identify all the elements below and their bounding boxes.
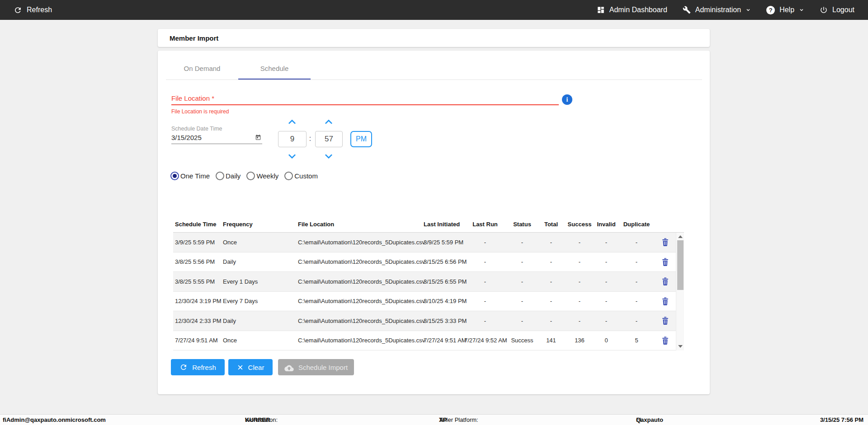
table-cell: - (619, 278, 654, 285)
table-cell: - (462, 318, 508, 324)
calendar-icon[interactable] (255, 134, 261, 141)
trash-icon (661, 238, 669, 246)
meridiem-toggle-button[interactable]: PM (350, 131, 372, 147)
table-cell: - (462, 298, 508, 304)
delete-schedule-button[interactable] (654, 297, 676, 305)
trash-icon (661, 277, 669, 285)
table-cell: - (462, 278, 508, 285)
table-cell: 7/27/24 9:52 AM (462, 337, 508, 344)
radio-circle-icon (170, 172, 179, 180)
table-cell: - (594, 278, 619, 285)
hour-increment-button[interactable] (286, 118, 298, 126)
frequency-radio-daily[interactable]: Daily (216, 172, 241, 180)
minute-decrement-button[interactable] (323, 153, 335, 160)
column-header: Last Initiated (422, 221, 462, 228)
table-cell: Every 7 Days (221, 298, 296, 304)
refresh-button[interactable]: Refresh (171, 359, 225, 375)
tab-divider (166, 79, 702, 80)
power-icon (820, 6, 828, 14)
table-cell: 3/15/25 3:33 PM (422, 318, 462, 324)
schedule-import-button[interactable]: Schedule Import (278, 359, 354, 375)
logout-button[interactable]: Logout (820, 6, 854, 14)
table-cell: Every 1 Days (221, 278, 296, 285)
date-field (171, 132, 262, 144)
help-label: Help (779, 6, 794, 14)
workstation-info: Workstation: KURRER (245, 415, 270, 425)
frequency-radio-weekly[interactable]: Weekly (246, 172, 278, 180)
tab-bar: On Demand Schedule (166, 57, 311, 79)
refresh-nav-label: Refresh (27, 6, 52, 14)
radio-label: Daily (226, 172, 241, 180)
table-row: 3/9/25 5:59 PMOnceC:\email\Automation\12… (173, 233, 676, 252)
column-header: File Location (296, 221, 422, 228)
status-bar: fiAdmin@qaxpauto.onmicrosoft.com Worksta… (0, 414, 868, 425)
column-header: Frequency (221, 221, 296, 228)
radio-circle-icon (216, 172, 224, 180)
table-cell: - (566, 239, 594, 246)
trash-icon (661, 336, 669, 345)
table-cell: 141 (537, 337, 566, 344)
table-cell: - (619, 239, 654, 246)
table-cell: - (566, 278, 594, 285)
table-cell: - (594, 298, 619, 304)
frequency-radio-group: One TimeDailyWeeklyCustom (170, 171, 324, 181)
admin-dashboard-nav[interactable]: Admin Dashboard (597, 6, 667, 14)
table-cell: 12/30/24 2:33 PM (173, 318, 221, 324)
clear-button[interactable]: Clear (228, 359, 273, 375)
date-input[interactable] (171, 132, 253, 143)
frequency-radio-custom[interactable]: Custom (284, 172, 318, 180)
table-cell: 3/9/25 5:59 PM (422, 239, 462, 246)
radio-dot (249, 174, 253, 178)
refresh-nav-button[interactable]: Refresh (14, 6, 52, 14)
table-cell: 3/8/25 5:56 PM (173, 258, 221, 265)
help-menu[interactable]: ? Help (766, 6, 804, 14)
table-cell: - (619, 298, 654, 304)
delete-schedule-button[interactable] (654, 277, 676, 285)
chevron-down-icon (799, 7, 804, 13)
scrollbar-down-arrow[interactable] (678, 345, 683, 348)
table-cell: - (508, 239, 537, 246)
hour-decrement-button[interactable] (286, 153, 298, 160)
minute-input[interactable] (315, 131, 343, 147)
table-header-row: Schedule TimeFrequencyFile LocationLast … (173, 216, 684, 233)
table-cell: - (508, 298, 537, 304)
delete-schedule-button[interactable] (654, 317, 676, 325)
table-cell: - (537, 239, 566, 246)
delete-schedule-button[interactable] (654, 258, 676, 266)
refresh-icon (179, 363, 188, 371)
table-cell: C:\email\Automation\120records_5Dupicate… (296, 318, 422, 324)
table-cell: 136 (566, 337, 594, 344)
table-row: 12/30/24 2:33 PMDailyC:\email\Automation… (173, 311, 676, 331)
tab-on-demand[interactable]: On Demand (166, 57, 238, 79)
table-cell: 3/8/25 5:55 PM (173, 278, 221, 285)
schedule-table-body: 3/9/25 5:59 PMOnceC:\email\Automation\12… (173, 233, 684, 350)
fi-info: FI: Qaxpauto (636, 415, 663, 425)
time-colon: : (307, 135, 313, 143)
table-scrollbar[interactable] (676, 233, 684, 350)
delete-schedule-button[interactable] (654, 238, 676, 246)
info-icon[interactable]: i (562, 94, 572, 105)
table-cell: - (619, 318, 654, 324)
hour-input[interactable] (278, 131, 307, 147)
cloud-upload-icon (284, 364, 294, 371)
frequency-radio-one-time[interactable]: One Time (170, 172, 210, 180)
scrollbar-thumb[interactable] (677, 240, 684, 290)
tab-schedule[interactable]: Schedule (238, 57, 311, 79)
column-header: Schedule Time (173, 221, 221, 228)
table-row: 12/30/24 3:19 PMEvery 7 DaysC:\email\Aut… (173, 292, 676, 312)
scrollbar-up-arrow[interactable] (678, 235, 683, 238)
table-cell: 7/27/24 9:51 AM (422, 337, 462, 344)
radio-label: Custom (294, 172, 318, 180)
column-header: Last Run (462, 221, 508, 228)
minute-increment-button[interactable] (323, 118, 335, 126)
table-cell: 3/10/25 4:19 PM (422, 298, 462, 304)
file-location-input[interactable] (171, 93, 559, 105)
delete-schedule-button[interactable] (654, 336, 676, 345)
table-cell: C:\email\Automation\120records_5Dupicate… (296, 337, 422, 344)
refresh-icon (14, 6, 22, 14)
radio-label: Weekly (256, 172, 278, 180)
radio-circle-icon (284, 172, 293, 180)
table-cell: Daily (221, 318, 296, 324)
administration-menu[interactable]: Administration (683, 6, 751, 14)
table-cell: - (566, 258, 594, 265)
